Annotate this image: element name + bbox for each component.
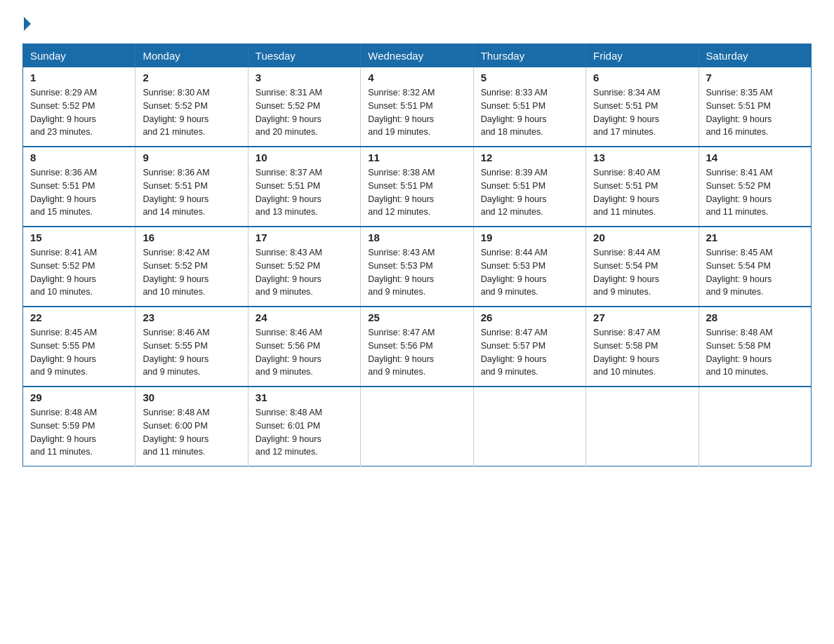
- table-row: 23 Sunrise: 8:46 AMSunset: 5:55 PMDaylig…: [135, 307, 248, 387]
- calendar-week-row: 15 Sunrise: 8:41 AMSunset: 5:52 PMDaylig…: [23, 227, 812, 307]
- table-row: 28 Sunrise: 8:48 AMSunset: 5:58 PMDaylig…: [699, 307, 811, 387]
- day-info: Sunrise: 8:33 AMSunset: 5:51 PMDaylight:…: [481, 86, 578, 139]
- table-row: 11 Sunrise: 8:38 AMSunset: 5:51 PMDaylig…: [361, 147, 473, 227]
- calendar-week-row: 29 Sunrise: 8:48 AMSunset: 5:59 PMDaylig…: [23, 387, 812, 467]
- day-number: 3: [256, 72, 353, 83]
- table-row: 2 Sunrise: 8:30 AMSunset: 5:52 PMDayligh…: [135, 67, 248, 147]
- day-number: 31: [256, 391, 353, 403]
- calendar-week-row: 22 Sunrise: 8:45 AMSunset: 5:55 PMDaylig…: [23, 307, 812, 387]
- day-info: Sunrise: 8:48 AMSunset: 5:58 PMDaylight:…: [706, 326, 804, 379]
- day-number: 17: [256, 232, 353, 243]
- calendar-table: Sunday Monday Tuesday Wednesday Thursday…: [22, 43, 812, 467]
- table-row: 10 Sunrise: 8:37 AMSunset: 5:51 PMDaylig…: [248, 147, 360, 227]
- day-number: 21: [706, 232, 804, 243]
- day-info: Sunrise: 8:29 AMSunset: 5:52 PMDaylight:…: [30, 86, 128, 139]
- table-row: 13 Sunrise: 8:40 AMSunset: 5:51 PMDaylig…: [586, 147, 699, 227]
- header-sunday: Sunday: [23, 44, 135, 68]
- day-number: 22: [30, 311, 128, 323]
- table-row: 27 Sunrise: 8:47 AMSunset: 5:58 PMDaylig…: [586, 307, 699, 387]
- day-info: Sunrise: 8:42 AMSunset: 5:52 PMDaylight:…: [143, 246, 240, 299]
- calendar-week-row: 8 Sunrise: 8:36 AMSunset: 5:51 PMDayligh…: [23, 147, 812, 227]
- day-info: Sunrise: 8:41 AMSunset: 5:52 PMDaylight:…: [30, 246, 128, 299]
- day-info: Sunrise: 8:32 AMSunset: 5:51 PMDaylight:…: [368, 86, 465, 139]
- table-row: 21 Sunrise: 8:45 AMSunset: 5:54 PMDaylig…: [699, 227, 811, 307]
- logo: [22, 17, 32, 31]
- day-info: Sunrise: 8:44 AMSunset: 5:53 PMDaylight:…: [481, 246, 578, 299]
- weekday-header-row: Sunday Monday Tuesday Wednesday Thursday…: [23, 44, 812, 68]
- day-info: Sunrise: 8:36 AMSunset: 5:51 PMDaylight:…: [30, 166, 128, 219]
- table-row: 22 Sunrise: 8:45 AMSunset: 5:55 PMDaylig…: [23, 307, 135, 387]
- day-number: 19: [481, 232, 578, 243]
- day-number: 26: [481, 311, 578, 323]
- day-number: 12: [481, 152, 578, 163]
- logo-triangle-icon: [24, 17, 31, 31]
- day-info: Sunrise: 8:47 AMSunset: 5:58 PMDaylight:…: [593, 326, 691, 379]
- table-row: 12 Sunrise: 8:39 AMSunset: 5:51 PMDaylig…: [473, 147, 585, 227]
- page-header: [22, 17, 812, 31]
- day-number: 25: [368, 311, 465, 323]
- day-number: 5: [481, 72, 578, 83]
- table-row: 9 Sunrise: 8:36 AMSunset: 5:51 PMDayligh…: [135, 147, 248, 227]
- table-row: 5 Sunrise: 8:33 AMSunset: 5:51 PMDayligh…: [473, 67, 585, 147]
- table-row: 16 Sunrise: 8:42 AMSunset: 5:52 PMDaylig…: [135, 227, 248, 307]
- day-number: 23: [143, 311, 240, 323]
- table-row: 19 Sunrise: 8:44 AMSunset: 5:53 PMDaylig…: [473, 227, 585, 307]
- day-number: 6: [593, 72, 691, 83]
- table-row: 20 Sunrise: 8:44 AMSunset: 5:54 PMDaylig…: [586, 227, 699, 307]
- day-number: 1: [30, 72, 128, 83]
- day-info: Sunrise: 8:44 AMSunset: 5:54 PMDaylight:…: [593, 246, 691, 299]
- day-number: 30: [143, 391, 240, 403]
- header-monday: Monday: [135, 44, 248, 68]
- table-row: 25 Sunrise: 8:47 AMSunset: 5:56 PMDaylig…: [361, 307, 473, 387]
- day-info: Sunrise: 8:39 AMSunset: 5:51 PMDaylight:…: [481, 166, 578, 219]
- day-number: 10: [256, 152, 353, 163]
- day-number: 16: [143, 232, 240, 243]
- day-number: 28: [706, 311, 804, 323]
- table-row: 4 Sunrise: 8:32 AMSunset: 5:51 PMDayligh…: [361, 67, 473, 147]
- header-thursday: Thursday: [473, 44, 585, 68]
- day-info: Sunrise: 8:37 AMSunset: 5:51 PMDaylight:…: [256, 166, 353, 219]
- day-number: 20: [593, 232, 691, 243]
- table-row: 24 Sunrise: 8:46 AMSunset: 5:56 PMDaylig…: [248, 307, 360, 387]
- day-number: 9: [143, 152, 240, 163]
- table-row: [473, 387, 585, 467]
- day-info: Sunrise: 8:43 AMSunset: 5:53 PMDaylight:…: [368, 246, 465, 299]
- table-row: [361, 387, 473, 467]
- day-number: 4: [368, 72, 465, 83]
- day-info: Sunrise: 8:47 AMSunset: 5:57 PMDaylight:…: [481, 326, 578, 379]
- table-row: 29 Sunrise: 8:48 AMSunset: 5:59 PMDaylig…: [23, 387, 135, 467]
- day-info: Sunrise: 8:35 AMSunset: 5:51 PMDaylight:…: [706, 86, 804, 139]
- day-number: 18: [368, 232, 465, 243]
- day-number: 7: [706, 72, 804, 83]
- day-number: 15: [30, 232, 128, 243]
- day-info: Sunrise: 8:41 AMSunset: 5:52 PMDaylight:…: [706, 166, 804, 219]
- day-info: Sunrise: 8:47 AMSunset: 5:56 PMDaylight:…: [368, 326, 465, 379]
- day-number: 24: [256, 311, 353, 323]
- day-number: 14: [706, 152, 804, 163]
- table-row: 1 Sunrise: 8:29 AMSunset: 5:52 PMDayligh…: [23, 67, 135, 147]
- day-info: Sunrise: 8:45 AMSunset: 5:54 PMDaylight:…: [706, 246, 804, 299]
- day-info: Sunrise: 8:38 AMSunset: 5:51 PMDaylight:…: [368, 166, 465, 219]
- day-number: 29: [30, 391, 128, 403]
- day-info: Sunrise: 8:48 AMSunset: 6:00 PMDaylight:…: [143, 406, 240, 459]
- day-info: Sunrise: 8:46 AMSunset: 5:56 PMDaylight:…: [256, 326, 353, 379]
- table-row: [586, 387, 699, 467]
- table-row: 31 Sunrise: 8:48 AMSunset: 6:01 PMDaylig…: [248, 387, 360, 467]
- table-row: 26 Sunrise: 8:47 AMSunset: 5:57 PMDaylig…: [473, 307, 585, 387]
- table-row: 18 Sunrise: 8:43 AMSunset: 5:53 PMDaylig…: [361, 227, 473, 307]
- day-info: Sunrise: 8:43 AMSunset: 5:52 PMDaylight:…: [256, 246, 353, 299]
- table-row: 14 Sunrise: 8:41 AMSunset: 5:52 PMDaylig…: [699, 147, 811, 227]
- table-row: 3 Sunrise: 8:31 AMSunset: 5:52 PMDayligh…: [248, 67, 360, 147]
- day-number: 8: [30, 152, 128, 163]
- table-row: 30 Sunrise: 8:48 AMSunset: 6:00 PMDaylig…: [135, 387, 248, 467]
- day-info: Sunrise: 8:46 AMSunset: 5:55 PMDaylight:…: [143, 326, 240, 379]
- table-row: 8 Sunrise: 8:36 AMSunset: 5:51 PMDayligh…: [23, 147, 135, 227]
- day-info: Sunrise: 8:48 AMSunset: 5:59 PMDaylight:…: [30, 406, 128, 459]
- table-row: [699, 387, 811, 467]
- header-wednesday: Wednesday: [361, 44, 473, 68]
- header-saturday: Saturday: [699, 44, 811, 68]
- day-info: Sunrise: 8:45 AMSunset: 5:55 PMDaylight:…: [30, 326, 128, 379]
- day-info: Sunrise: 8:31 AMSunset: 5:52 PMDaylight:…: [256, 86, 353, 139]
- table-row: 6 Sunrise: 8:34 AMSunset: 5:51 PMDayligh…: [586, 67, 699, 147]
- calendar-week-row: 1 Sunrise: 8:29 AMSunset: 5:52 PMDayligh…: [23, 67, 812, 147]
